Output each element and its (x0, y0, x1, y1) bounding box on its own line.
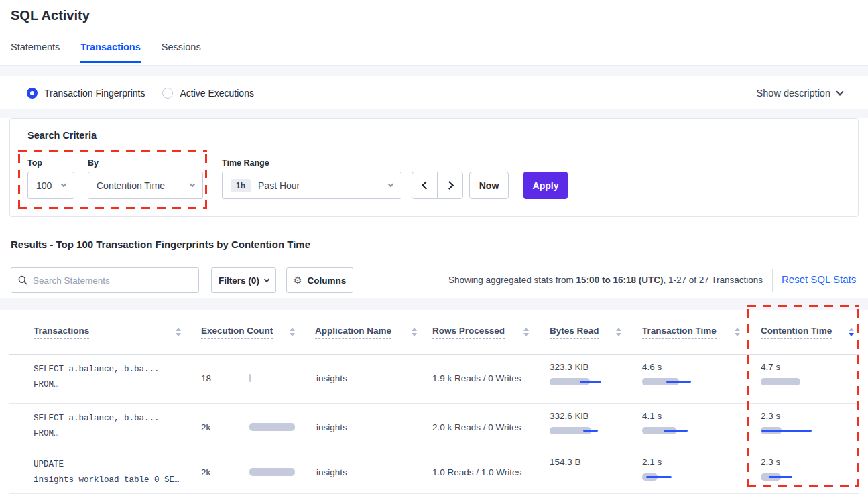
radio-transaction-fingerprints[interactable]: Transaction Fingerprints (27, 88, 145, 99)
column-header-transaction-time[interactable]: Transaction Time (642, 326, 717, 339)
transaction-time-value: 4.1 s (642, 411, 716, 421)
rows-processed-value: 1.0 Reads / 1.0 Writes (432, 467, 521, 477)
execution-count-bar (249, 423, 295, 431)
column-header-bytes-read[interactable]: Bytes Read (550, 326, 599, 339)
transaction-query[interactable]: UPDATE insights_workload_table_0 SE… (34, 457, 180, 488)
search-icon (18, 275, 27, 285)
sort-icon-contention-time-desc[interactable] (849, 328, 854, 336)
contention-time-cell: 2.3 s (761, 411, 834, 434)
column-header-application-name[interactable]: Application Name (315, 326, 391, 339)
previous-time-button[interactable] (412, 172, 438, 199)
rows-processed-value: 1.9 k Reads / 0 Writes (432, 373, 521, 383)
show-description-toggle[interactable]: Show description (757, 88, 843, 99)
transaction-query[interactable]: SELECT a.balance, b.ba... FROM… (34, 411, 160, 442)
results-heading: Results - Top 100 Transaction Fingerprin… (11, 239, 310, 250)
chevron-left-icon (422, 181, 430, 190)
sql-activity-page: SQL Activity Statements Transactions Ses… (0, 0, 868, 496)
stats-time-range: 15:00 to 16:18 (UTC) (576, 275, 664, 285)
column-header-execution-count[interactable]: Execution Count (201, 326, 273, 339)
sort-icon-execution-count[interactable] (290, 328, 295, 336)
by-select[interactable]: Contention Time (88, 172, 203, 199)
aggregated-stats-text: Showing aggregated stats from 15:00 to 1… (448, 275, 763, 285)
filters-button[interactable]: Filters (0) (211, 267, 276, 293)
radio-label: Active Executions (180, 88, 254, 99)
chevron-down-icon (61, 182, 66, 187)
contention-time-cell: 4.7 s (761, 362, 834, 385)
radio-unselected-icon[interactable] (162, 88, 173, 99)
transaction-time-value: 4.6 s (642, 362, 716, 372)
bytes-read-bar-line (580, 381, 601, 383)
transaction-time-cell: 2.1 s (642, 457, 716, 481)
search-statements-box (11, 267, 199, 293)
contention-time-value: 2.3 s (761, 411, 834, 421)
vertical-divider (772, 269, 773, 292)
application-name-value: insights (316, 422, 347, 432)
chevron-down-icon (836, 88, 843, 95)
time-pager (412, 172, 463, 199)
top-label: Top (27, 158, 42, 168)
bytes-read-cell: 154.3 B (550, 457, 623, 481)
time-range-select[interactable]: 1h Past Hour (222, 172, 401, 199)
tab-transactions[interactable]: Transactions (80, 42, 140, 63)
by-label: By (88, 158, 99, 168)
transaction-query[interactable]: SELECT a.balance, b.ba... FROM… (34, 362, 160, 393)
page-title: SQL Activity (11, 8, 90, 23)
filters-button-label: Filters (0) (219, 275, 259, 286)
tab-sessions[interactable]: Sessions (162, 42, 201, 63)
search-criteria-card: Search Criteria Top 100 By Contention Ti… (9, 118, 859, 217)
radio-selected-icon[interactable] (27, 88, 38, 99)
row-divider (9, 493, 859, 494)
time-range-badge: 1h (231, 179, 251, 192)
contention-time-cell: 2.3 s (761, 457, 834, 481)
transaction-time-bar-line (664, 430, 688, 432)
sort-icon-rows-processed[interactable] (523, 328, 529, 336)
columns-button[interactable]: ⚙ Columns (286, 267, 353, 293)
execution-count-bar (249, 468, 295, 476)
bytes-read-value: 323.3 KiB (550, 362, 623, 372)
next-time-button[interactable] (437, 172, 463, 199)
background-strip (0, 109, 868, 118)
bytes-read-value: 332.6 KiB (550, 411, 623, 421)
top-select[interactable]: 100 (27, 172, 74, 199)
search-statements-input[interactable] (33, 275, 192, 286)
bytes-read-bar-line (583, 430, 598, 432)
transaction-time-bar-line (646, 476, 672, 478)
apply-button[interactable]: Apply (523, 172, 568, 199)
transaction-time-cell: 4.6 s (642, 362, 716, 385)
table-row[interactable]: SELECT a.balance, b.ba... FROM… 18 insig… (0, 355, 868, 404)
execution-count-value: 2k (201, 467, 210, 477)
sort-icon-bytes-read[interactable] (616, 328, 621, 336)
column-header-rows-processed[interactable]: Rows Processed (432, 326, 505, 339)
execution-count-bar (249, 374, 251, 382)
chevron-down-icon (264, 276, 269, 282)
top-select-value: 100 (36, 180, 52, 191)
show-description-label: Show description (757, 88, 830, 99)
application-name-value: insights (316, 373, 347, 383)
radio-label: Transaction Fingerprints (44, 88, 145, 99)
view-toggle-group: Transaction Fingerprints Active Executio… (27, 88, 254, 99)
sort-icon-application-name[interactable] (412, 328, 417, 336)
bytes-read-cell: 332.6 KiB (550, 411, 623, 434)
column-header-contention-time[interactable]: Contention Time (761, 326, 832, 339)
contention-time-value: 4.7 s (761, 362, 834, 372)
sort-icon-transactions[interactable] (176, 328, 181, 336)
by-select-value: Contention Time (97, 180, 165, 191)
background-strip (0, 66, 868, 76)
column-header-transactions[interactable]: Transactions (34, 326, 89, 339)
time-range-value: Past Hour (258, 180, 300, 191)
transaction-time-value: 2.1 s (642, 457, 716, 467)
columns-button-label: Columns (307, 275, 346, 286)
now-button[interactable]: Now (469, 172, 509, 199)
chevron-down-icon (190, 182, 195, 187)
table-row[interactable]: SELECT a.balance, b.ba... FROM… 2k insig… (0, 404, 868, 452)
reset-sql-stats-link[interactable]: Reset SQL Stats (782, 273, 856, 285)
table-row[interactable]: UPDATE insights_workload_table_0 SE… 2k … (0, 452, 868, 494)
rows-processed-value: 2.0 k Reads / 0 Writes (432, 422, 521, 432)
contention-time-bar-line (761, 430, 812, 432)
sort-icon-transaction-time[interactable] (735, 328, 740, 336)
execution-count-value: 2k (201, 422, 210, 432)
radio-active-executions[interactable]: Active Executions (162, 88, 254, 99)
contention-time-value: 2.3 s (761, 457, 834, 467)
tab-statements[interactable]: Statements (11, 42, 60, 63)
chevron-down-icon (388, 182, 393, 187)
